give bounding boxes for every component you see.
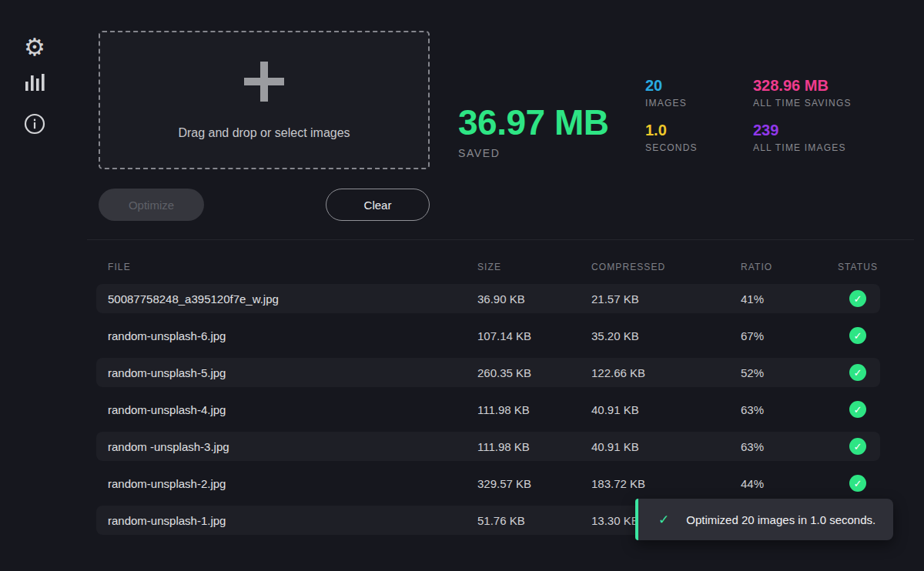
cell-compressed: 183.72 KB: [591, 477, 741, 490]
bar-chart-icon: [24, 72, 45, 96]
cell-status: ✓: [835, 438, 880, 455]
cell-ratio: 67%: [741, 329, 835, 342]
cell-size: 36.90 KB: [477, 292, 591, 306]
toast-message: Optimized 20 images in 1.0 seconds.: [686, 513, 875, 526]
saved-value: 36.97 MB: [458, 103, 608, 142]
cell-compressed: 40.91 KB: [591, 440, 741, 453]
settings-button[interactable]: ⚙: [22, 34, 48, 60]
cell-file: random -unsplash-3.jpg: [96, 440, 477, 453]
col-header-compressed: COMPRESSED: [591, 262, 741, 272]
cell-size: 111.98 KB: [477, 440, 591, 453]
stat-all-time-images: 239 ALL TIME IMAGES: [753, 122, 899, 153]
status-success-icon: ✓: [849, 475, 866, 492]
cell-ratio: 44%: [741, 477, 835, 490]
cell-ratio: 63%: [741, 403, 835, 416]
info-icon: [24, 113, 45, 138]
cell-compressed: 122.66 KB: [591, 366, 741, 379]
gear-icon: ⚙: [24, 35, 45, 59]
cell-compressed: 35.20 KB: [591, 329, 741, 342]
dropzone-label: Drag and drop or select images: [178, 126, 350, 140]
table-row: random-unsplash-5.jpg260.35 KB122.66 KB5…: [96, 354, 880, 391]
cell-compressed: 40.91 KB: [591, 403, 741, 416]
status-success-icon: ✓: [849, 327, 866, 344]
cell-ratio: 63%: [741, 440, 835, 453]
cell-file: random-unsplash-4.jpg: [96, 403, 477, 416]
cell-compressed: 21.57 KB: [591, 292, 741, 306]
col-header-size: SIZE: [477, 262, 591, 272]
plus-icon: [244, 62, 284, 105]
seconds-value: 1.0: [645, 122, 753, 139]
table-row: random -unsplash-3.jpg111.98 KB40.91 KB6…: [96, 428, 880, 465]
images-value: 20: [645, 77, 753, 94]
cell-file: 50087758248_a395120f7e_w.jpg: [96, 292, 477, 306]
toast-notification: ✓ Optimized 20 images in 1.0 seconds.: [635, 499, 893, 540]
stat-all-time-savings: 328.96 MB ALL TIME SAVINGS: [753, 77, 899, 109]
cell-ratio: 52%: [741, 366, 835, 379]
table-row: random-unsplash-6.jpg107.14 KB35.20 KB67…: [96, 317, 880, 354]
cell-size: 51.76 KB: [477, 514, 591, 527]
cell-size: 107.14 KB: [477, 329, 591, 342]
cell-size: 260.35 KB: [477, 366, 591, 379]
table-row: 50087758248_a395120f7e_w.jpg36.90 KB21.5…: [96, 280, 880, 317]
cell-status: ✓: [835, 327, 880, 344]
stat-images: 20 IMAGES: [645, 77, 753, 109]
stat-seconds: 1.0 SECONDS: [645, 122, 753, 153]
col-header-status: STATUS: [835, 262, 880, 272]
cell-file: random-unsplash-2.jpg: [96, 477, 477, 490]
saved-label: SAVED: [458, 147, 608, 159]
info-button[interactable]: [22, 112, 48, 139]
results-table: FILE SIZE COMPRESSED RATIO STATUS 500877…: [96, 255, 880, 539]
images-label: IMAGES: [645, 98, 753, 109]
all-time-savings-label: ALL TIME SAVINGS: [753, 98, 899, 109]
cell-file: random-unsplash-6.jpg: [96, 329, 477, 342]
status-success-icon: ✓: [849, 401, 866, 418]
optimize-button[interactable]: Optimize: [99, 189, 204, 221]
table-header: FILE SIZE COMPRESSED RATIO STATUS: [96, 255, 880, 279]
cell-status: ✓: [835, 401, 880, 418]
status-success-icon: ✓: [849, 438, 866, 455]
all-time-images-value: 239: [753, 122, 899, 139]
col-header-file: FILE: [96, 262, 477, 272]
cell-ratio: 41%: [741, 292, 835, 306]
all-time-savings-value: 328.96 MB: [753, 77, 899, 94]
stats-button[interactable]: [22, 71, 48, 97]
col-header-ratio: RATIO: [741, 262, 835, 272]
dropzone[interactable]: Drag and drop or select images: [99, 31, 430, 169]
cell-status: ✓: [835, 290, 880, 307]
table-row: random-unsplash-2.jpg329.57 KB183.72 KB4…: [96, 465, 880, 502]
all-time-images-label: ALL TIME IMAGES: [753, 142, 899, 153]
cell-size: 329.57 KB: [477, 477, 591, 490]
status-success-icon: ✓: [849, 364, 866, 381]
seconds-label: SECONDS: [645, 142, 753, 153]
cell-status: ✓: [835, 475, 880, 492]
table-row: random-unsplash-4.jpg111.98 KB40.91 KB63…: [96, 391, 880, 428]
stat-saved: 36.97 MB SAVED: [458, 103, 608, 159]
cell-size: 111.98 KB: [477, 403, 591, 416]
clear-button[interactable]: Clear: [326, 189, 430, 221]
divider: [87, 239, 914, 240]
check-icon: ✓: [658, 512, 669, 528]
cell-status: ✓: [835, 364, 880, 381]
cell-file: random-unsplash-5.jpg: [96, 366, 477, 379]
cell-file: random-unsplash-1.jpg: [96, 514, 477, 527]
status-success-icon: ✓: [849, 290, 866, 307]
